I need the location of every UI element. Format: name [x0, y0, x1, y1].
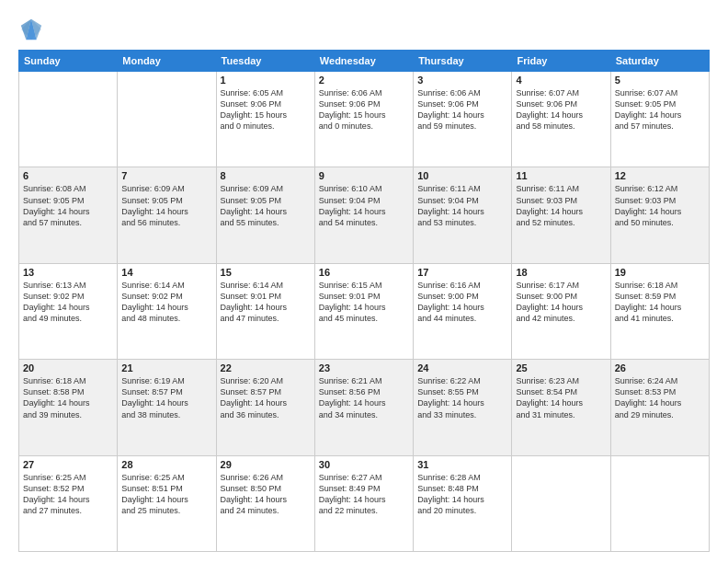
day-cell: 7Sunrise: 6:09 AM Sunset: 9:05 PM Daylig…	[118, 167, 216, 263]
day-info: Sunrise: 6:05 AM Sunset: 9:06 PM Dayligh…	[221, 87, 311, 132]
week-row-5: 27Sunrise: 6:25 AM Sunset: 8:52 PM Dayli…	[19, 455, 710, 551]
day-info: Sunrise: 6:24 AM Sunset: 8:53 PM Dayligh…	[615, 375, 705, 420]
day-number: 13	[23, 267, 113, 278]
day-info: Sunrise: 6:09 AM Sunset: 9:05 PM Dayligh…	[221, 183, 311, 228]
day-cell: 2Sunrise: 6:06 AM Sunset: 9:06 PM Daylig…	[314, 72, 413, 167]
day-cell: 15Sunrise: 6:14 AM Sunset: 9:01 PM Dayli…	[216, 263, 314, 359]
day-cell: 23Sunrise: 6:21 AM Sunset: 8:56 PM Dayli…	[314, 360, 413, 455]
day-cell: 24Sunrise: 6:22 AM Sunset: 8:55 PM Dayli…	[414, 360, 512, 455]
day-number: 26	[615, 362, 705, 373]
day-cell: 19Sunrise: 6:18 AM Sunset: 8:59 PM Dayli…	[610, 263, 709, 359]
weekday-header-monday: Monday	[118, 51, 216, 72]
day-number: 11	[516, 170, 606, 181]
day-number: 5	[615, 75, 705, 86]
day-info: Sunrise: 6:07 AM Sunset: 9:05 PM Dayligh…	[615, 87, 705, 132]
day-info: Sunrise: 6:26 AM Sunset: 8:50 PM Dayligh…	[221, 472, 311, 517]
weekday-header-thursday: Thursday	[414, 51, 512, 72]
day-cell: 8Sunrise: 6:09 AM Sunset: 9:05 PM Daylig…	[216, 167, 314, 263]
day-cell: 30Sunrise: 6:27 AM Sunset: 8:49 PM Dayli…	[314, 455, 413, 551]
week-row-1: 1Sunrise: 6:05 AM Sunset: 9:06 PM Daylig…	[19, 72, 710, 167]
day-cell: 6Sunrise: 6:08 AM Sunset: 9:05 PM Daylig…	[19, 167, 118, 263]
day-cell: 12Sunrise: 6:12 AM Sunset: 9:03 PM Dayli…	[610, 167, 709, 263]
weekday-header-tuesday: Tuesday	[216, 51, 314, 72]
day-number: 22	[221, 362, 311, 373]
day-info: Sunrise: 6:10 AM Sunset: 9:04 PM Dayligh…	[319, 183, 409, 228]
weekday-header-row: SundayMondayTuesdayWednesdayThursdayFrid…	[19, 51, 710, 72]
day-cell: 26Sunrise: 6:24 AM Sunset: 8:53 PM Dayli…	[610, 360, 709, 455]
day-number: 3	[417, 75, 507, 86]
day-number: 9	[319, 170, 409, 181]
weekday-header-friday: Friday	[512, 51, 610, 72]
day-number: 2	[319, 75, 409, 86]
header	[18, 17, 710, 42]
day-number: 30	[319, 459, 409, 470]
day-info: Sunrise: 6:11 AM Sunset: 9:03 PM Dayligh…	[516, 183, 606, 228]
day-cell: 1Sunrise: 6:05 AM Sunset: 9:06 PM Daylig…	[216, 72, 314, 167]
day-cell: 3Sunrise: 6:06 AM Sunset: 9:06 PM Daylig…	[414, 72, 512, 167]
day-number: 15	[221, 267, 311, 278]
day-cell: 29Sunrise: 6:26 AM Sunset: 8:50 PM Dayli…	[216, 455, 314, 551]
day-number: 17	[417, 267, 507, 278]
day-info: Sunrise: 6:06 AM Sunset: 9:06 PM Dayligh…	[319, 87, 409, 132]
day-cell: 17Sunrise: 6:16 AM Sunset: 9:00 PM Dayli…	[414, 263, 512, 359]
day-cell: 16Sunrise: 6:15 AM Sunset: 9:01 PM Dayli…	[314, 263, 413, 359]
day-number: 7	[121, 170, 211, 181]
day-cell: 4Sunrise: 6:07 AM Sunset: 9:06 PM Daylig…	[512, 72, 610, 167]
day-info: Sunrise: 6:25 AM Sunset: 8:51 PM Dayligh…	[121, 472, 211, 517]
day-number: 1	[221, 75, 311, 86]
day-info: Sunrise: 6:18 AM Sunset: 8:58 PM Dayligh…	[23, 375, 113, 420]
day-info: Sunrise: 6:21 AM Sunset: 8:56 PM Dayligh…	[319, 375, 409, 420]
day-number: 8	[221, 170, 311, 181]
day-number: 19	[615, 267, 705, 278]
day-number: 12	[615, 170, 705, 181]
day-number: 31	[417, 459, 507, 470]
day-info: Sunrise: 6:11 AM Sunset: 9:04 PM Dayligh…	[417, 183, 507, 228]
logo-icon	[18, 17, 44, 42]
day-number: 10	[417, 170, 507, 181]
day-info: Sunrise: 6:27 AM Sunset: 8:49 PM Dayligh…	[319, 472, 409, 517]
day-cell	[512, 455, 610, 551]
day-info: Sunrise: 6:07 AM Sunset: 9:06 PM Dayligh…	[516, 87, 606, 132]
page: SundayMondayTuesdayWednesdayThursdayFrid…	[0, 0, 728, 563]
day-info: Sunrise: 6:23 AM Sunset: 8:54 PM Dayligh…	[516, 375, 606, 420]
logo	[18, 17, 48, 42]
day-number: 16	[319, 267, 409, 278]
day-cell: 31Sunrise: 6:28 AM Sunset: 8:48 PM Dayli…	[414, 455, 512, 551]
day-cell: 11Sunrise: 6:11 AM Sunset: 9:03 PM Dayli…	[512, 167, 610, 263]
day-info: Sunrise: 6:20 AM Sunset: 8:57 PM Dayligh…	[221, 375, 311, 420]
day-number: 20	[23, 362, 113, 373]
day-cell: 10Sunrise: 6:11 AM Sunset: 9:04 PM Dayli…	[414, 167, 512, 263]
day-cell: 21Sunrise: 6:19 AM Sunset: 8:57 PM Dayli…	[118, 360, 216, 455]
day-number: 24	[417, 362, 507, 373]
day-cell	[610, 455, 709, 551]
day-cell: 27Sunrise: 6:25 AM Sunset: 8:52 PM Dayli…	[19, 455, 118, 551]
week-row-3: 13Sunrise: 6:13 AM Sunset: 9:02 PM Dayli…	[19, 263, 710, 359]
day-number: 25	[516, 362, 606, 373]
day-info: Sunrise: 6:06 AM Sunset: 9:06 PM Dayligh…	[417, 87, 507, 132]
day-cell: 9Sunrise: 6:10 AM Sunset: 9:04 PM Daylig…	[314, 167, 413, 263]
day-cell: 28Sunrise: 6:25 AM Sunset: 8:51 PM Dayli…	[118, 455, 216, 551]
day-cell: 14Sunrise: 6:14 AM Sunset: 9:02 PM Dayli…	[118, 263, 216, 359]
day-number: 28	[121, 459, 211, 470]
week-row-4: 20Sunrise: 6:18 AM Sunset: 8:58 PM Dayli…	[19, 360, 710, 455]
day-info: Sunrise: 6:14 AM Sunset: 9:02 PM Dayligh…	[121, 280, 211, 325]
calendar-table: SundayMondayTuesdayWednesdayThursdayFrid…	[18, 50, 710, 552]
day-info: Sunrise: 6:08 AM Sunset: 9:05 PM Dayligh…	[23, 183, 113, 228]
day-cell: 20Sunrise: 6:18 AM Sunset: 8:58 PM Dayli…	[19, 360, 118, 455]
day-number: 23	[319, 362, 409, 373]
day-info: Sunrise: 6:15 AM Sunset: 9:01 PM Dayligh…	[319, 280, 409, 325]
day-number: 21	[121, 362, 211, 373]
day-info: Sunrise: 6:18 AM Sunset: 8:59 PM Dayligh…	[615, 280, 705, 325]
day-info: Sunrise: 6:13 AM Sunset: 9:02 PM Dayligh…	[23, 280, 113, 325]
day-number: 29	[221, 459, 311, 470]
day-cell: 22Sunrise: 6:20 AM Sunset: 8:57 PM Dayli…	[216, 360, 314, 455]
day-info: Sunrise: 6:17 AM Sunset: 9:00 PM Dayligh…	[516, 280, 606, 325]
day-info: Sunrise: 6:12 AM Sunset: 9:03 PM Dayligh…	[615, 183, 705, 228]
day-info: Sunrise: 6:22 AM Sunset: 8:55 PM Dayligh…	[417, 375, 507, 420]
day-number: 4	[516, 75, 606, 86]
day-cell	[118, 72, 216, 167]
day-number: 14	[121, 267, 211, 278]
day-cell: 5Sunrise: 6:07 AM Sunset: 9:05 PM Daylig…	[610, 72, 709, 167]
day-info: Sunrise: 6:16 AM Sunset: 9:00 PM Dayligh…	[417, 280, 507, 325]
weekday-header-saturday: Saturday	[610, 51, 709, 72]
